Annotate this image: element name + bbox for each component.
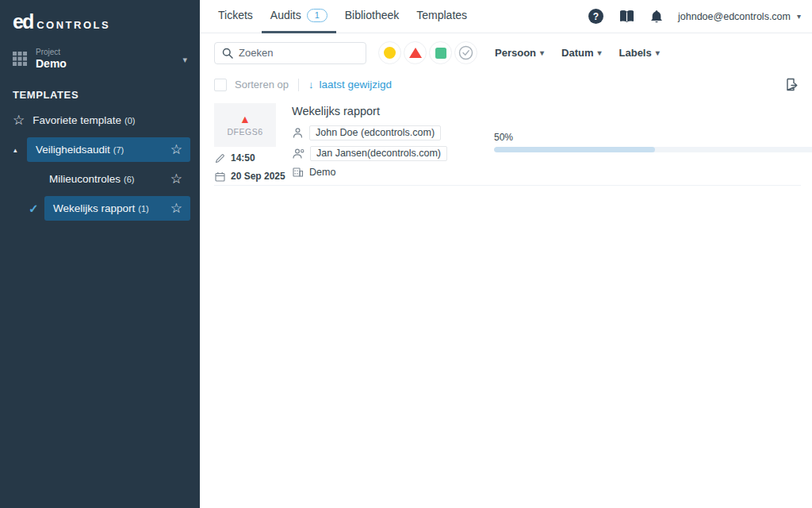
sidebar-row-wekelijks-rapport: ✓ Wekelijks rapport(1) ☆ — [0, 196, 200, 221]
status-filter-pending-button[interactable] — [378, 41, 401, 64]
book-icon[interactable] — [619, 10, 635, 23]
edcontrols-logo: ed CONTROLS — [0, 0, 200, 41]
check-circle-icon — [458, 45, 473, 60]
sidebar-item-label: Veiligheidsaudit(7) — [36, 144, 170, 156]
project-grid-icon — [13, 52, 27, 66]
account-email: johndoe@edcontrols.com — [678, 11, 791, 22]
sort-label: Sorteren op — [235, 79, 289, 90]
person-filter-dropdown[interactable]: Persoon ▾ — [495, 47, 544, 59]
star-icon: ☆ — [13, 114, 25, 127]
project-row-card: Demo — [292, 167, 447, 178]
yellow-circle-icon — [384, 47, 396, 59]
pencil-icon — [215, 153, 225, 164]
main-content: Tickets Audits 1 Bibliotheek Templates ? — [200, 0, 812, 508]
progress-bar-fill — [494, 147, 655, 152]
sidebar-item-label: Wekelijks rapport(1) — [53, 202, 170, 214]
search-box — [214, 42, 366, 64]
account-menu[interactable]: johndoe@edcontrols.com ▾ — [678, 11, 801, 22]
star-icon[interactable]: ☆ — [170, 172, 182, 186]
audit-time: 14:50 — [215, 152, 255, 164]
project-info: Project Demo — [36, 48, 67, 70]
sort-bar: Sorteren op ↓ laatst gewijzigd — [200, 69, 812, 98]
chevron-down-icon: ▾ — [540, 48, 544, 57]
help-icon[interactable]: ? — [588, 9, 603, 24]
red-triangle-icon — [409, 48, 422, 58]
top-navigation: Tickets Audits 1 Bibliotheek Templates ? — [200, 0, 812, 33]
nav-right-actions: ? johndoe@edcontrols.com ▾ — [588, 9, 801, 24]
tab-audits[interactable]: Audits 1 — [262, 0, 336, 33]
consulted-chip: Jan Jansen(decontrols.com) — [310, 146, 447, 161]
audit-code: DFEGS6 — [227, 127, 262, 137]
green-square-icon — [435, 48, 446, 59]
logo-ed-text: ed — [13, 10, 33, 33]
project-label: Project — [36, 48, 67, 56]
responsible-chip: John Doe (edcontrols.com) — [309, 125, 441, 140]
project-selector[interactable]: Project Demo ▾ — [0, 41, 200, 78]
sort-value-link[interactable]: laatst gewijzigd — [319, 79, 392, 90]
date-filter-dropdown[interactable]: Datum ▾ — [561, 47, 601, 59]
sidebar-item-favorite-templates[interactable]: ☆ Favoriete template(0) — [0, 109, 200, 133]
person-deputy-icon — [292, 148, 304, 160]
status-filter-approved-button[interactable] — [429, 41, 452, 64]
sidebar-item-veiligheidsaudit[interactable]: Veiligheidsaudit(7) ☆ — [27, 137, 190, 162]
chevron-down-icon: ▾ — [598, 48, 602, 57]
person-icon — [292, 127, 304, 139]
sidebar-row-veiligheidsaudit: ▴ Veiligheidsaudit(7) ☆ — [0, 137, 200, 162]
sidebar-item-wekelijks-rapport[interactable]: Wekelijks rapport(1) ☆ — [44, 196, 190, 221]
chevron-down-icon[interactable]: ▾ — [182, 55, 187, 65]
audit-list-item[interactable]: ▲ DFEGS6 14:50 — [214, 103, 801, 186]
sidebar-item-label: Favoriete template(0) — [33, 114, 135, 126]
collapse-arrow-icon[interactable]: ▴ — [13, 146, 17, 154]
sidebar-item-label: Milieucontroles(6) — [49, 173, 170, 185]
audit-details: Wekelijks rapport John Doe (edcontrols.c… — [292, 105, 447, 183]
divider — [298, 79, 299, 91]
tab-tickets[interactable]: Tickets — [209, 0, 262, 33]
select-all-checkbox[interactable] — [214, 79, 227, 91]
status-filter-done-button[interactable] — [454, 41, 477, 64]
audit-progress: 50% — [494, 132, 812, 152]
sidebar-item-milieucontroles[interactable]: Milieucontroles(6) ☆ — [0, 167, 200, 191]
search-icon — [222, 48, 233, 59]
audit-thumbnail[interactable]: ▲ DFEGS6 — [214, 103, 276, 147]
search-input[interactable] — [239, 47, 358, 59]
app-window: ed CONTROLS Project Demo ▾ TEMPLATES — [0, 0, 812, 508]
progress-percent-label: 50% — [494, 132, 812, 143]
sort-direction-icon[interactable]: ↓ — [308, 79, 314, 90]
labels-filter-dropdown[interactable]: Labels ▾ — [619, 47, 660, 59]
calendar-icon — [215, 171, 225, 182]
responsible-row: John Doe (edcontrols.com) — [292, 125, 447, 140]
status-filters — [378, 41, 477, 64]
consulted-row: Jan Jansen(decontrols.com) — [292, 146, 447, 161]
tab-templates[interactable]: Templates — [408, 0, 476, 33]
status-filter-rejected-button[interactable] — [404, 41, 427, 64]
star-icon[interactable]: ☆ — [170, 202, 182, 215]
progress-bar — [494, 147, 812, 152]
sidebar: ed CONTROLS Project Demo ▾ TEMPLATES — [0, 0, 200, 508]
project-name: Demo — [36, 57, 67, 70]
bell-icon[interactable] — [650, 10, 663, 24]
logo-controls-text: CONTROLS — [36, 19, 110, 31]
red-triangle-icon: ▲ — [239, 114, 251, 125]
building-icon — [292, 167, 304, 178]
templates-section-title: TEMPLATES — [0, 78, 200, 109]
filter-bar: Persoon ▾ Datum ▾ Labels ▾ — [200, 33, 812, 69]
tab-bibliotheek[interactable]: Bibliotheek — [336, 0, 408, 33]
audit-title: Wekelijks rapport — [292, 105, 447, 117]
chevron-down-icon: ▾ — [797, 12, 801, 21]
audits-count-badge: 1 — [307, 9, 327, 22]
audit-project-name: Demo — [309, 167, 335, 178]
star-icon[interactable]: ☆ — [170, 143, 182, 156]
check-icon: ✓ — [29, 202, 39, 216]
export-icon[interactable] — [784, 77, 799, 92]
audit-date: 20 Sep 2025 — [215, 171, 285, 182]
chevron-down-icon: ▾ — [656, 48, 660, 57]
